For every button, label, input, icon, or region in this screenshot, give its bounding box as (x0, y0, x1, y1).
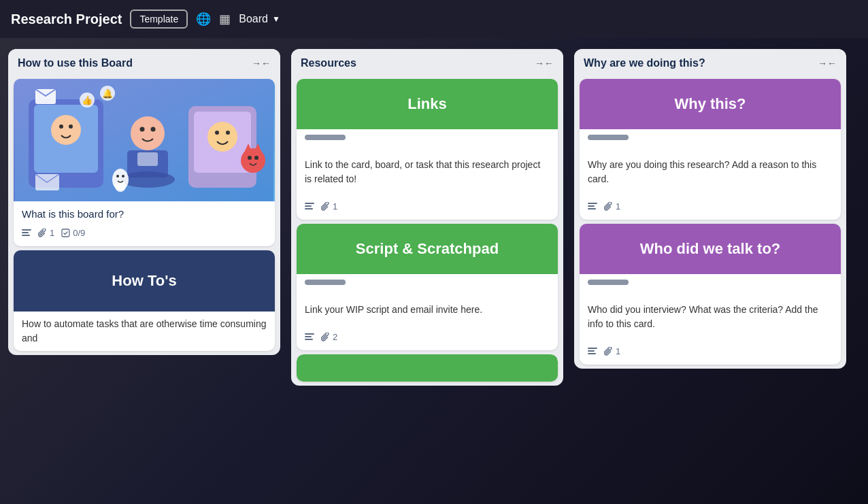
description-icon-script (305, 333, 314, 341)
why-description: Why are you doing this research? Add a r… (580, 152, 841, 192)
svg-text:🔔: 🔔 (102, 88, 114, 99)
column-title-2: Resources (301, 57, 356, 69)
card-illustration: 👍 🔔 (14, 79, 275, 201)
svg-rect-32 (22, 229, 31, 231)
attachment-icon-why: 1 (604, 201, 620, 212)
card-tag-script (305, 280, 346, 285)
header: Research Project Template 🌐 ▦ Board ▼ (0, 0, 868, 38)
svg-point-4 (59, 124, 63, 129)
who-title: Who did we talk to? (590, 240, 830, 258)
svg-rect-44 (588, 208, 596, 209)
svg-rect-47 (588, 353, 596, 354)
card-script[interactable]: Script & Scratchpad Link your WIP script… (297, 224, 558, 350)
card-footer-links-wrap: 1 (297, 192, 558, 220)
svg-rect-39 (305, 333, 314, 335)
column-actions-3[interactable]: →← (818, 58, 837, 69)
svg-point-20 (215, 131, 219, 135)
column-why: Why are we doing this? →← Why this? Why … (574, 49, 846, 369)
svg-rect-45 (588, 348, 597, 349)
svg-point-19 (207, 122, 237, 152)
column-header-1: How to use this Board →← (8, 49, 280, 75)
card-footer-who-wrap: 1 (580, 337, 841, 365)
description-icon-who (588, 348, 597, 356)
card-cover-partial (297, 354, 558, 382)
card-footer-who: 1 (588, 343, 833, 358)
card-cover-script: Script & Scratchpad (297, 224, 558, 274)
project-title: Research Project (11, 12, 122, 27)
card-cover-who: Who did we talk to? (580, 224, 841, 274)
column-actions-2[interactable]: →← (535, 58, 554, 69)
card-title-1: What is this board for? (22, 208, 267, 220)
svg-point-25 (248, 156, 252, 160)
card-tag-who (588, 280, 629, 285)
svg-rect-41 (305, 339, 313, 340)
svg-point-11 (131, 116, 165, 150)
card-what-is-board[interactable]: 👍 🔔 (14, 79, 275, 246)
script-title: Script & Scratchpad (307, 240, 547, 258)
card-who-talked[interactable]: Who did we talk to? Who did you intervie… (580, 224, 841, 365)
script-description: Link your WIP script and email invite he… (297, 297, 558, 322)
attachment-icon-script: 2 (321, 332, 337, 342)
card-footer-1: 1 0/9 (22, 225, 267, 239)
card-footer-why-wrap: 1 (580, 192, 841, 220)
how-tos-description: How to automate tasks that are otherwise… (14, 312, 275, 351)
description-icon-1 (22, 229, 31, 237)
svg-rect-38 (305, 208, 313, 209)
svg-rect-34 (22, 235, 30, 236)
svg-point-3 (51, 115, 81, 145)
svg-point-13 (151, 127, 156, 132)
chevron-down-icon: ▼ (272, 14, 280, 24)
card-cover-how-tos: How To's (14, 250, 275, 312)
svg-rect-15 (137, 152, 158, 166)
card-links[interactable]: Links Link to the card, board, or task t… (297, 79, 558, 220)
expand-icon-2[interactable]: →← (535, 58, 554, 69)
svg-point-31 (122, 175, 124, 178)
attachment-icon-links: 1 (321, 201, 337, 212)
column-how-to-use: How to use this Board →← (8, 49, 280, 355)
svg-point-5 (69, 124, 73, 129)
column-header-2: Resources →← (291, 49, 563, 75)
svg-rect-35 (62, 229, 69, 237)
card-why-this[interactable]: Why this? Why are you doing this researc… (580, 79, 841, 220)
expand-icon-3[interactable]: →← (818, 58, 837, 69)
links-title: Links (307, 95, 547, 113)
svg-rect-33 (22, 232, 29, 233)
chart-icon[interactable]: ▦ (219, 12, 231, 27)
card-how-tos[interactable]: How To's How to automate tasks that are … (14, 250, 275, 351)
column-actions-1[interactable]: →← (252, 58, 271, 69)
column-title-3: Why are we doing this? (584, 57, 705, 69)
svg-rect-43 (588, 205, 595, 207)
checklist-icon-1: 0/9 (61, 228, 85, 238)
board-label: Board (239, 13, 268, 25)
svg-point-21 (226, 131, 230, 135)
template-badge[interactable]: Template (130, 10, 188, 29)
card-cover-links: Links (297, 79, 558, 129)
svg-text:👍: 👍 (82, 95, 93, 106)
svg-rect-46 (588, 350, 595, 352)
attachment-icon-1: 1 (38, 228, 54, 238)
why-title: Why this? (590, 95, 830, 113)
globe-icon[interactable]: 🌐 (196, 12, 211, 27)
description-icon-links (305, 203, 314, 211)
column-title-1: How to use this Board (18, 57, 133, 69)
svg-point-26 (254, 156, 258, 160)
attachment-icon-who: 1 (604, 346, 620, 356)
board: How to use this Board →← (0, 38, 868, 504)
svg-rect-40 (305, 336, 312, 337)
svg-rect-42 (588, 203, 597, 204)
card-footer-links: 1 (305, 199, 550, 213)
expand-icon[interactable]: →← (252, 58, 271, 69)
card-cover-why: Why this? (580, 79, 841, 129)
column-resources: Resources →← Links Link to the card, boa… (291, 49, 563, 386)
how-tos-title: How To's (24, 272, 264, 290)
card-footer-script: 2 (305, 329, 550, 343)
description-icon-why (588, 203, 597, 211)
card-partial-green[interactable] (297, 354, 558, 382)
card-tag-links (305, 135, 346, 140)
card-tag-why (588, 135, 629, 140)
card-footer-why: 1 (588, 199, 833, 213)
board-button[interactable]: Board ▼ (239, 13, 280, 25)
svg-rect-37 (305, 205, 312, 207)
svg-point-30 (116, 175, 119, 178)
card-body-1: What is this board for? 1 0/9 (14, 201, 275, 246)
